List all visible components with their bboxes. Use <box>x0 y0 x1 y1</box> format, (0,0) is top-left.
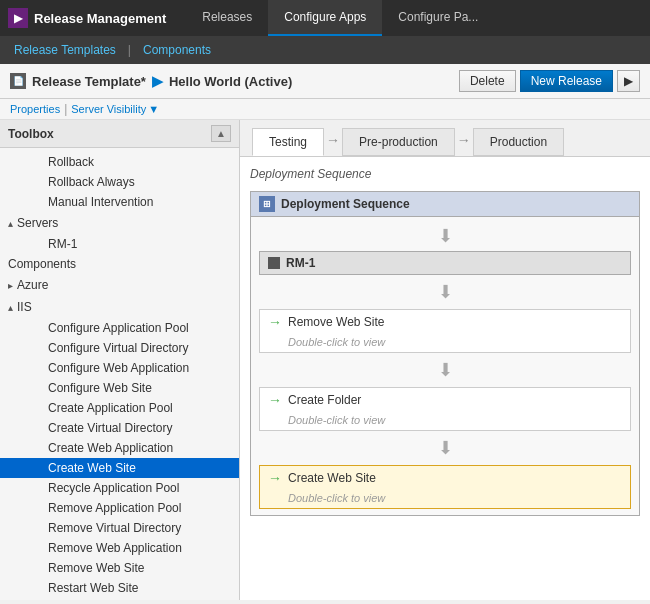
toolbox-group-azure[interactable]: ▸ Azure <box>0 274 239 296</box>
toolbox-item-manual-intervention[interactable]: Manual Intervention <box>0 192 239 212</box>
toolbox-item-create-app-pool[interactable]: Create Application Pool <box>0 398 239 418</box>
nav-tab-releases[interactable]: Releases <box>186 0 268 36</box>
server-name: RM-1 <box>286 256 315 270</box>
top-nav-bar: ▶ Release Management Releases Configure … <box>0 0 650 36</box>
breadcrumb-arrow-icon: ▶ <box>152 73 163 89</box>
action-hint-remove-web-site: Double-click to view <box>260 334 630 352</box>
action-arrow-3-icon: → <box>268 470 282 486</box>
down-arrow-1-icon: ⬇ <box>438 225 453 247</box>
stage-tabs: Testing → Pre-production → Production <box>240 120 650 157</box>
deployment-sequence-box: ⊞ Deployment Sequence ⬇ RM-1 ⬇ <box>250 191 640 516</box>
down-arrow-1: ⬇ <box>259 221 631 251</box>
properties-link[interactable]: Properties <box>10 103 60 115</box>
down-arrow-2-icon: ⬇ <box>438 281 453 303</box>
deployment-sequence-title: Deployment Sequence <box>281 197 410 211</box>
toolbox-item-remove-app-pool[interactable]: Remove Application Pool <box>0 498 239 518</box>
down-arrow-3: ⬇ <box>259 355 631 385</box>
props-separator: | <box>64 102 67 116</box>
template-title-area: 📄 Release Template* ▶ Hello World (Activ… <box>10 73 292 89</box>
toolbox-header: Toolbox ▲ <box>0 120 239 148</box>
toolbox-item-rollback[interactable]: Rollback <box>0 152 239 172</box>
toolbox-item-create-web-site[interactable]: Create Web Site <box>0 458 239 478</box>
main-content: Toolbox ▲ Rollback Rollback Always Manua… <box>0 120 650 600</box>
extra-button[interactable]: ▶ <box>617 70 640 92</box>
sub-nav-bar: Release Templates | Components <box>0 36 650 64</box>
action-arrow-icon: → <box>268 314 282 330</box>
action-header-create-folder: → Create Folder <box>260 388 630 412</box>
nav-tab-configure-pa[interactable]: Configure Pa... <box>382 0 494 36</box>
dropdown-arrow-icon: ▼ <box>148 103 159 115</box>
toolbox-item-rollback-always[interactable]: Rollback Always <box>0 172 239 192</box>
delete-button[interactable]: Delete <box>459 70 516 92</box>
toolbox-item-create-web-app[interactable]: Create Web Application <box>0 438 239 458</box>
toolbox-item-configure-virtual-dir[interactable]: Configure Virtual Directory <box>0 338 239 358</box>
stage-tab-pre-production[interactable]: Pre-production <box>342 128 455 156</box>
action-item-create-folder[interactable]: → Create Folder Double-click to view <box>259 387 631 431</box>
right-panel: Testing → Pre-production → Production De… <box>240 120 650 600</box>
action-label-create-folder: Create Folder <box>288 393 361 407</box>
app-logo: ▶ Release Management <box>8 8 166 28</box>
down-arrow-2: ⬇ <box>259 277 631 307</box>
action-header-remove-web-site: → Remove Web Site <box>260 310 630 334</box>
deployment-area: Deployment Sequence ⊞ Deployment Sequenc… <box>240 157 650 600</box>
toolbox-list: Rollback Rollback Always Manual Interven… <box>0 148 239 600</box>
server-visibility-dropdown[interactable]: Server Visibility ▼ <box>71 103 159 115</box>
toolbox-item-recycle-app-pool[interactable]: Recycle Application Pool <box>0 478 239 498</box>
toolbox-item-remove-web-site[interactable]: Remove Web Site <box>0 558 239 578</box>
action-item-remove-web-site[interactable]: → Remove Web Site Double-click to view <box>259 309 631 353</box>
stage-arrow-1-icon: → <box>326 132 340 152</box>
template-file-icon: 📄 <box>10 73 26 89</box>
down-arrow-3-icon: ⬇ <box>438 359 453 381</box>
template-name: Release Template* <box>32 74 146 89</box>
action-hint-create-web-site: Double-click to view <box>260 490 630 508</box>
toolbox-panel: Toolbox ▲ Rollback Rollback Always Manua… <box>0 120 240 600</box>
action-label-remove-web-site: Remove Web Site <box>288 315 385 329</box>
down-arrow-4: ⬇ <box>259 433 631 463</box>
action-label-create-web-site: Create Web Site <box>288 471 376 485</box>
expand-servers-icon: ▴ <box>8 218 13 229</box>
stage-arrow-2-icon: → <box>457 132 471 152</box>
template-subtitle: Hello World (Active) <box>169 74 292 89</box>
server-bar-rm1: RM-1 <box>259 251 631 275</box>
deployment-section-label: Deployment Sequence <box>250 167 640 181</box>
action-item-create-web-site[interactable]: → Create Web Site Double-click to view <box>259 465 631 509</box>
stage-tab-production[interactable]: Production <box>473 128 564 156</box>
properties-bar: Properties | Server Visibility ▼ <box>0 99 650 120</box>
toolbox-scroll-up-button[interactable]: ▲ <box>211 125 231 142</box>
down-arrow-4-icon: ⬇ <box>438 437 453 459</box>
action-arrow-2-icon: → <box>268 392 282 408</box>
logo-icon: ▶ <box>8 8 28 28</box>
sub-nav-separator: | <box>124 43 135 57</box>
toolbox-item-configure-web-app[interactable]: Configure Web Application <box>0 358 239 378</box>
toolbox-item-create-virtual-dir[interactable]: Create Virtual Directory <box>0 418 239 438</box>
nav-tab-configure-apps[interactable]: Configure Apps <box>268 0 382 36</box>
toolbox-item-rm1[interactable]: RM-1 <box>0 234 239 254</box>
toolbox-item-start-app-pool[interactable]: Start Application Pool <box>0 598 239 600</box>
toolbox-item-remove-web-app[interactable]: Remove Web Application <box>0 538 239 558</box>
header-buttons: Delete New Release ▶ <box>459 70 640 92</box>
server-icon <box>268 257 280 269</box>
sub-nav-components[interactable]: Components <box>139 41 215 59</box>
stage-tab-testing[interactable]: Testing <box>252 128 324 156</box>
toolbox-title: Toolbox <box>8 127 54 141</box>
app-title: Release Management <box>34 11 166 26</box>
new-release-button[interactable]: New Release <box>520 70 613 92</box>
toolbox-item-configure-web-site[interactable]: Configure Web Site <box>0 378 239 398</box>
toolbox-group-servers[interactable]: ▴ Servers <box>0 212 239 234</box>
deployment-sequence-header: ⊞ Deployment Sequence <box>251 192 639 217</box>
toolbox-item-restart-web-site[interactable]: Restart Web Site <box>0 578 239 598</box>
nav-tabs: Releases Configure Apps Configure Pa... <box>186 0 494 36</box>
deployment-sequence-icon: ⊞ <box>259 196 275 212</box>
action-hint-create-folder: Double-click to view <box>260 412 630 430</box>
toolbox-item-remove-virtual-dir[interactable]: Remove Virtual Directory <box>0 518 239 538</box>
action-header-create-web-site: → Create Web Site <box>260 466 630 490</box>
sub-nav-release-templates[interactable]: Release Templates <box>10 41 120 59</box>
expand-azure-icon: ▸ <box>8 280 13 291</box>
expand-iis-icon: ▴ <box>8 302 13 313</box>
template-header: 📄 Release Template* ▶ Hello World (Activ… <box>0 64 650 99</box>
toolbox-item-components[interactable]: Components <box>0 254 239 274</box>
toolbox-group-iis[interactable]: ▴ IIS <box>0 296 239 318</box>
toolbox-item-configure-app-pool[interactable]: Configure Application Pool <box>0 318 239 338</box>
